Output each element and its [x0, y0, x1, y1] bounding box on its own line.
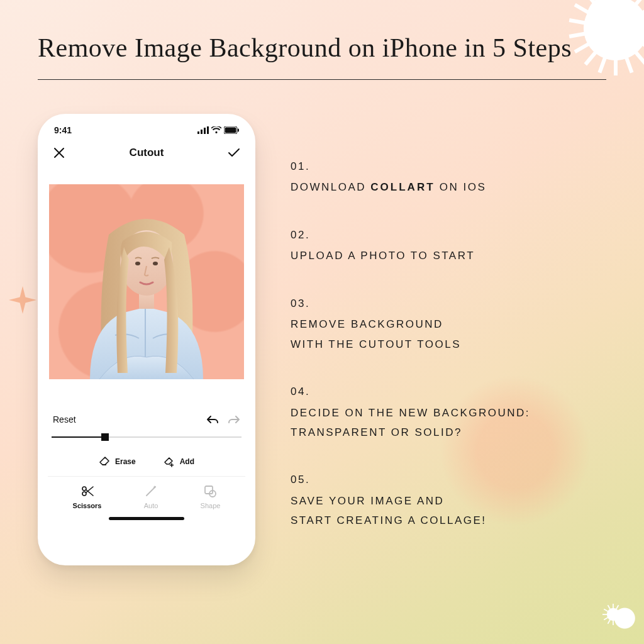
redo-icon[interactable] [228, 415, 240, 424]
erase-label: Erase [115, 457, 136, 466]
bottom-tab-bar: Scissors Auto Shape [48, 477, 245, 509]
scissors-icon [80, 484, 94, 498]
cutout-image-preview[interactable] [49, 184, 244, 379]
status-icons [197, 126, 239, 134]
step-2-number: 02. [291, 225, 530, 245]
app-navbar: Cutout [48, 138, 245, 169]
svg-point-13 [135, 262, 140, 265]
status-bar: 9:41 [48, 125, 245, 138]
infographic-canvas: Remove Image Background on iPhone in 5 S… [0, 0, 644, 644]
add-tool-button[interactable]: Add [164, 456, 194, 467]
step-3: 03. REMOVE BACKGROUND WITH THE CUTOUT TO… [291, 294, 530, 354]
step-5-number: 05. [291, 470, 530, 489]
brush-size-slider[interactable] [52, 431, 242, 443]
step-4: 04. DECIDE ON THE NEW BACKGROUND: TRANSP… [291, 382, 530, 442]
page-title: Remove Image Background on iPhone in 5 S… [38, 33, 606, 63]
wifi-icon [211, 126, 221, 134]
magic-wand-icon [144, 484, 158, 498]
starburst-top-right-icon [569, 0, 644, 75]
steps-list: 01. DOWNLOAD COLLART ON IOS 02. UPLOAD A… [291, 114, 530, 531]
erase-tool-button[interactable]: Erase [99, 456, 136, 467]
check-icon [228, 148, 240, 158]
tab-scissors-label: Scissors [73, 502, 102, 509]
svg-rect-17 [205, 486, 213, 494]
tab-shape-label: Shape [201, 502, 221, 509]
reset-button[interactable]: Reset [53, 414, 76, 425]
subject-portrait [65, 209, 228, 379]
tab-scissors[interactable]: Scissors [73, 484, 102, 509]
step-4-text: DECIDE ON THE NEW BACKGROUND: TRANSPAREN… [291, 407, 530, 438]
svg-rect-10 [238, 129, 239, 132]
step-1: 01. DOWNLOAD COLLART ON IOS [291, 157, 530, 197]
cellular-icon [197, 126, 209, 134]
tab-shape[interactable]: Shape [201, 484, 221, 509]
svg-point-2 [607, 608, 619, 621]
svg-rect-6 [204, 128, 206, 134]
svg-rect-7 [207, 126, 209, 134]
close-button[interactable] [53, 147, 65, 159]
close-icon [53, 147, 65, 158]
iphone-mockup: 9:41 Cutout [38, 114, 255, 565]
tool-row: Erase Add [48, 456, 245, 477]
svg-rect-5 [201, 130, 203, 134]
title-divider [38, 79, 606, 80]
step-1-text-bold: COLLART [370, 181, 435, 193]
undo-icon[interactable] [206, 415, 219, 424]
add-label: Add [180, 457, 194, 466]
battery-icon [224, 126, 239, 134]
starburst-bottom-right-icon [602, 604, 624, 625]
shape-icon [203, 484, 217, 498]
step-3-number: 03. [291, 294, 530, 313]
eraser-icon [99, 456, 110, 467]
step-1-number: 01. [291, 157, 530, 176]
step-5-text: SAVE YOUR IMAGE AND START CREATING A COL… [291, 495, 487, 526]
eraser-plus-icon [164, 456, 175, 467]
step-2-text: UPLOAD A PHOTO TO START [291, 250, 475, 262]
step-1-text-pre: DOWNLOAD [291, 181, 370, 193]
step-5: 05. SAVE YOUR IMAGE AND START CREATING A… [291, 470, 530, 530]
screen-title: Cutout [130, 147, 164, 159]
step-1-text-post: ON IOS [435, 181, 487, 193]
sparkle-icon [9, 286, 36, 314]
step-3-text: REMOVE BACKGROUND WITH THE CUTOUT TOOLS [291, 318, 461, 350]
svg-point-14 [153, 262, 158, 265]
svg-rect-3 [613, 604, 614, 608]
tab-auto-label: Auto [144, 502, 158, 509]
tab-auto[interactable]: Auto [144, 484, 158, 509]
svg-rect-9 [225, 128, 236, 133]
confirm-button[interactable] [228, 147, 240, 159]
step-2: 02. UPLOAD A PHOTO TO START [291, 225, 530, 266]
step-4-number: 04. [291, 382, 530, 401]
svg-rect-4 [197, 131, 199, 134]
status-time: 9:41 [54, 125, 72, 135]
home-indicator [109, 517, 184, 520]
